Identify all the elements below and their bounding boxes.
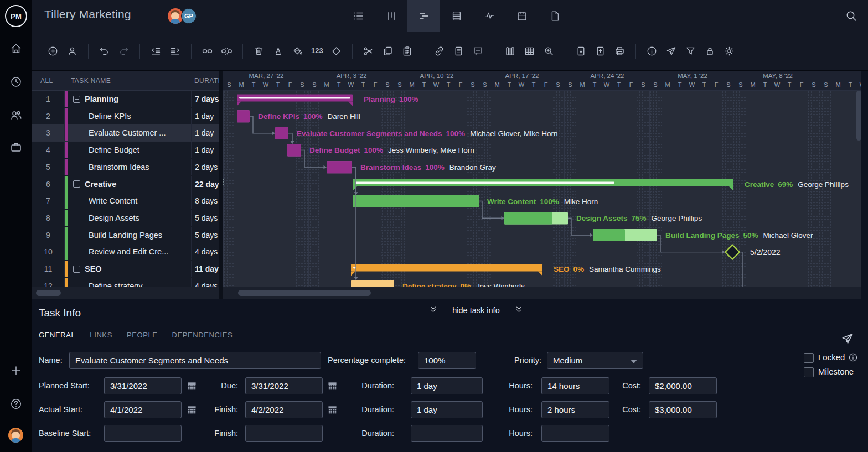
task-row[interactable]: 4Define Budget1 day xyxy=(32,142,219,159)
share-plane-button[interactable] xyxy=(662,41,681,61)
splitter-handle-icon[interactable]: ⋮ xyxy=(220,180,227,184)
percentage-complete-field[interactable]: 100% xyxy=(418,352,476,369)
task-row[interactable]: 1Planning7 days xyxy=(32,91,219,108)
milestone-diamond[interactable] xyxy=(725,245,740,259)
task-row[interactable]: 9Build Landing Pages5 days xyxy=(32,227,219,244)
hide-task-info-button[interactable]: hide task info xyxy=(388,305,565,315)
print-button[interactable] xyxy=(610,41,629,61)
task-row[interactable]: 8Design Assets5 days xyxy=(32,210,219,227)
hours-field[interactable] xyxy=(541,425,609,442)
paste-button[interactable] xyxy=(397,41,417,61)
toolbar-divider xyxy=(494,44,494,59)
day-letter: F xyxy=(540,81,552,88)
import-button[interactable] xyxy=(571,41,591,61)
font-style-button[interactable] xyxy=(268,41,288,61)
home-icon[interactable] xyxy=(9,42,23,55)
settings-button[interactable] xyxy=(720,41,739,61)
collapse-icon[interactable] xyxy=(73,180,80,188)
gantt-hscroll-thumb[interactable] xyxy=(238,290,371,296)
app-logo[interactable]: PM xyxy=(0,0,32,32)
undo-button[interactable] xyxy=(95,41,114,61)
collapse-icon[interactable] xyxy=(73,96,80,103)
priority-select[interactable]: Medium xyxy=(547,352,643,369)
view-tab-gantt-view[interactable] xyxy=(407,0,440,32)
delete-icon xyxy=(253,45,265,57)
view-tab-board-view[interactable] xyxy=(375,0,407,32)
fill-color-button[interactable] xyxy=(288,41,307,61)
gantt-hscroll-track[interactable] xyxy=(223,287,861,299)
avatar-initials[interactable]: GP xyxy=(181,8,197,24)
gantt-body[interactable]: Planning100%Define KPIs100%Daren HillEva… xyxy=(223,91,861,299)
view-tab-activity-view[interactable] xyxy=(473,0,505,32)
locked-info-icon[interactable] xyxy=(848,352,858,362)
gantt-vscroll-thumb[interactable] xyxy=(856,91,861,141)
add-task-icon xyxy=(47,45,59,57)
grid-hscroll-track[interactable] xyxy=(32,287,219,299)
table-grid-button[interactable] xyxy=(520,41,539,61)
task-duration-cell: 5 days xyxy=(191,210,219,226)
attach-link-button[interactable] xyxy=(430,41,449,61)
send-plane-icon[interactable] xyxy=(840,331,855,346)
comment-button[interactable] xyxy=(468,41,488,61)
cut-button[interactable] xyxy=(359,41,378,61)
panel-tab-dependencies[interactable]: DEPENDENCIES xyxy=(172,331,233,339)
copy-button[interactable] xyxy=(378,41,397,61)
recent-clock-icon[interactable] xyxy=(9,75,23,89)
task-row[interactable]: 7Write Content8 days xyxy=(32,193,219,210)
milestone-checkbox[interactable] xyxy=(804,367,814,377)
columns-button[interactable] xyxy=(500,41,520,61)
cost-field[interactable]: $3,000.00 xyxy=(649,401,717,418)
view-tab-calendar-view[interactable] xyxy=(505,0,538,32)
grid-gantt-splitter[interactable]: ⋮ xyxy=(219,71,223,299)
export-button[interactable] xyxy=(591,41,610,61)
locked-checkbox[interactable] xyxy=(804,353,814,363)
column-header-task-name[interactable]: TASK NAME xyxy=(71,77,111,85)
task-row[interactable]: 5Brainstorm Ideas2 days xyxy=(32,159,219,176)
field-label: Hours: xyxy=(433,381,533,390)
search-icon[interactable] xyxy=(845,9,858,23)
help-icon[interactable] xyxy=(9,397,23,411)
column-header-all[interactable]: ALL xyxy=(40,77,53,85)
outdent-button[interactable] xyxy=(146,41,166,61)
add-plus-icon[interactable] xyxy=(9,364,23,377)
info-button[interactable] xyxy=(642,41,662,61)
view-tab-page-view[interactable] xyxy=(538,0,571,32)
panel-tab-people[interactable]: PEOPLE xyxy=(127,331,158,339)
gantt-vscroll-track[interactable] xyxy=(856,74,861,287)
gantt-toolbar: 123 xyxy=(32,32,868,71)
task-name-label: Creative xyxy=(85,180,116,189)
panel-tab-links[interactable]: LINKS xyxy=(90,331,112,339)
task-row[interactable]: 11SEO11 days xyxy=(32,261,219,278)
cost-field[interactable]: $2,000.00 xyxy=(649,377,717,394)
panel-tab-general[interactable]: GENERAL xyxy=(39,331,75,339)
lock-button[interactable] xyxy=(700,41,720,61)
redo-button[interactable] xyxy=(114,41,133,61)
notes-button[interactable] xyxy=(449,41,468,61)
name-field[interactable]: Evaluate Customer Segments and Needs xyxy=(69,352,321,369)
column-header-duration[interactable]: DURATION xyxy=(194,77,219,85)
add-task-button[interactable] xyxy=(43,41,63,61)
team-icon[interactable] xyxy=(9,108,23,122)
task-row[interactable]: 6Creative22 days xyxy=(32,176,219,193)
assign-user-button[interactable] xyxy=(63,41,82,61)
delete-button[interactable] xyxy=(249,41,268,61)
link-tasks-button[interactable] xyxy=(198,41,217,61)
zoom-in-button[interactable] xyxy=(539,41,559,61)
grid-hscroll-thumb[interactable] xyxy=(36,290,61,296)
indent-button[interactable] xyxy=(166,41,185,61)
view-tab-sheet-view[interactable] xyxy=(440,0,473,32)
milestone-diamond-button[interactable] xyxy=(327,41,346,61)
task-row[interactable]: 10Review and Edit Cre...4 days xyxy=(32,243,219,261)
collapse-icon[interactable] xyxy=(73,266,80,273)
user-avatar[interactable] xyxy=(8,428,23,443)
task-row[interactable]: 3Evaluate Customer ...1 day xyxy=(32,124,219,142)
view-tab-list-view[interactable] xyxy=(342,0,375,32)
task-row[interactable]: 2Define KPIs1 day xyxy=(32,108,219,125)
day-letter: S xyxy=(637,81,649,88)
portfolio-icon[interactable] xyxy=(9,141,23,154)
numbers-button[interactable]: 123 xyxy=(307,41,327,61)
unlink-tasks-button[interactable] xyxy=(217,41,236,61)
gantt-summary-bar[interactable] xyxy=(351,264,542,272)
task-name-cell: Brainstorm Ideas xyxy=(89,159,190,175)
filter-button[interactable] xyxy=(681,41,700,61)
